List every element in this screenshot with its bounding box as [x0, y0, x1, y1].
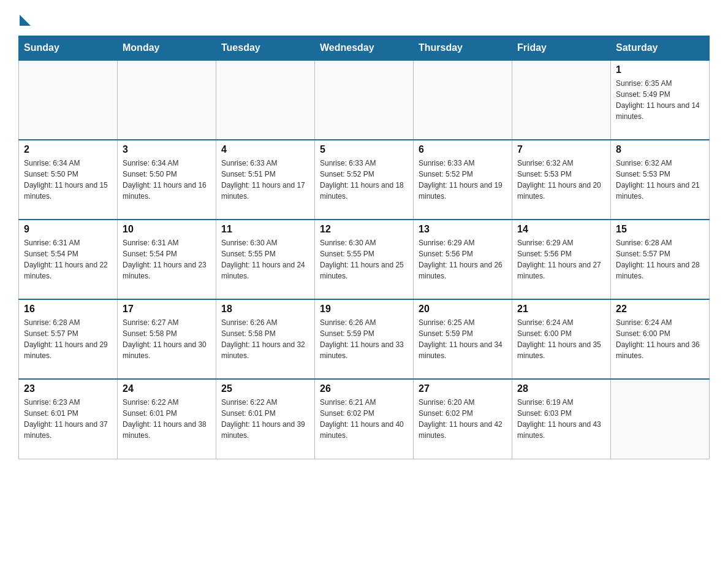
day-info: Sunrise: 6:22 AMSunset: 6:01 PMDaylight:…: [123, 397, 211, 441]
day-info: Sunrise: 6:35 AMSunset: 5:49 PMDaylight:…: [616, 78, 704, 122]
calendar-cell: 16Sunrise: 6:28 AMSunset: 5:57 PMDayligh…: [19, 299, 118, 379]
calendar-cell: 19Sunrise: 6:26 AMSunset: 5:59 PMDayligh…: [315, 299, 414, 379]
day-number: 18: [221, 304, 309, 315]
day-number: 20: [419, 304, 507, 315]
day-info: Sunrise: 6:33 AMSunset: 5:52 PMDaylight:…: [320, 158, 408, 202]
calendar-cell: [216, 60, 315, 140]
day-number: 9: [24, 224, 112, 235]
day-header-wednesday: Wednesday: [315, 36, 414, 61]
day-number: 2: [24, 144, 112, 155]
day-header-monday: Monday: [118, 36, 216, 61]
calendar-cell: 28Sunrise: 6:19 AMSunset: 6:03 PMDayligh…: [512, 379, 611, 459]
week-row-3: 16Sunrise: 6:28 AMSunset: 5:57 PMDayligh…: [19, 299, 710, 379]
day-number: 23: [24, 383, 112, 394]
day-info: Sunrise: 6:28 AMSunset: 5:57 PMDaylight:…: [616, 237, 704, 282]
day-number: 4: [221, 144, 309, 155]
day-number: 16: [24, 304, 112, 315]
day-number: 7: [517, 144, 605, 155]
day-number: 1: [616, 64, 704, 75]
calendar-cell: [118, 60, 216, 140]
calendar-cell: 20Sunrise: 6:25 AMSunset: 5:59 PMDayligh…: [414, 299, 512, 379]
day-info: Sunrise: 6:19 AMSunset: 6:03 PMDaylight:…: [517, 397, 605, 441]
day-info: Sunrise: 6:32 AMSunset: 5:53 PMDaylight:…: [616, 158, 704, 202]
calendar-cell: [512, 60, 611, 140]
page-header: [18, 12, 710, 23]
day-number: 26: [320, 383, 408, 394]
day-number: 12: [320, 224, 408, 235]
day-info: Sunrise: 6:20 AMSunset: 6:02 PMDaylight:…: [419, 397, 507, 441]
day-number: 25: [221, 383, 309, 394]
day-number: 19: [320, 304, 408, 315]
calendar-table: SundayMondayTuesdayWednesdayThursdayFrid…: [18, 36, 710, 459]
calendar-cell: 15Sunrise: 6:28 AMSunset: 5:57 PMDayligh…: [611, 220, 710, 299]
calendar-cell: [611, 379, 710, 459]
calendar-cell: 17Sunrise: 6:27 AMSunset: 5:58 PMDayligh…: [118, 299, 216, 379]
calendar-cell: 1Sunrise: 6:35 AMSunset: 5:49 PMDaylight…: [611, 60, 710, 140]
calendar-cell: [315, 60, 414, 140]
day-info: Sunrise: 6:29 AMSunset: 5:56 PMDaylight:…: [517, 237, 605, 282]
calendar-header: SundayMondayTuesdayWednesdayThursdayFrid…: [19, 36, 710, 61]
calendar-cell: 5Sunrise: 6:33 AMSunset: 5:52 PMDaylight…: [315, 140, 414, 220]
day-number: 5: [320, 144, 408, 155]
calendar-cell: 24Sunrise: 6:22 AMSunset: 6:01 PMDayligh…: [118, 379, 216, 459]
calendar-cell: 7Sunrise: 6:32 AMSunset: 5:53 PMDaylight…: [512, 140, 611, 220]
calendar-cell: 12Sunrise: 6:30 AMSunset: 5:55 PMDayligh…: [315, 220, 414, 299]
day-header-friday: Friday: [512, 36, 611, 61]
day-number: 14: [517, 224, 605, 235]
week-row-2: 9Sunrise: 6:31 AMSunset: 5:54 PMDaylight…: [19, 220, 710, 299]
day-info: Sunrise: 6:24 AMSunset: 6:00 PMDaylight:…: [616, 317, 704, 361]
calendar-cell: 3Sunrise: 6:34 AMSunset: 5:50 PMDaylight…: [118, 140, 216, 220]
calendar-cell: 14Sunrise: 6:29 AMSunset: 5:56 PMDayligh…: [512, 220, 611, 299]
day-number: 8: [616, 144, 704, 155]
day-info: Sunrise: 6:23 AMSunset: 6:01 PMDaylight:…: [24, 397, 112, 441]
day-header-saturday: Saturday: [611, 36, 710, 61]
day-info: Sunrise: 6:34 AMSunset: 5:50 PMDaylight:…: [123, 158, 211, 202]
day-info: Sunrise: 6:33 AMSunset: 5:51 PMDaylight:…: [221, 158, 309, 202]
calendar-cell: 23Sunrise: 6:23 AMSunset: 6:01 PMDayligh…: [19, 379, 118, 459]
day-info: Sunrise: 6:30 AMSunset: 5:55 PMDaylight:…: [320, 237, 408, 282]
day-info: Sunrise: 6:34 AMSunset: 5:50 PMDaylight:…: [24, 158, 112, 202]
day-info: Sunrise: 6:28 AMSunset: 5:57 PMDaylight:…: [24, 317, 112, 361]
day-header-tuesday: Tuesday: [216, 36, 315, 61]
day-info: Sunrise: 6:24 AMSunset: 6:00 PMDaylight:…: [517, 317, 605, 361]
day-number: 21: [517, 304, 605, 315]
calendar-cell: [414, 60, 512, 140]
calendar-cell: 11Sunrise: 6:30 AMSunset: 5:55 PMDayligh…: [216, 220, 315, 299]
calendar-cell: 25Sunrise: 6:22 AMSunset: 6:01 PMDayligh…: [216, 379, 315, 459]
day-number: 27: [419, 383, 507, 394]
day-number: 10: [123, 224, 211, 235]
calendar-cell: 9Sunrise: 6:31 AMSunset: 5:54 PMDaylight…: [19, 220, 118, 299]
calendar-cell: 8Sunrise: 6:32 AMSunset: 5:53 PMDaylight…: [611, 140, 710, 220]
day-header-thursday: Thursday: [414, 36, 512, 61]
day-info: Sunrise: 6:31 AMSunset: 5:54 PMDaylight:…: [24, 237, 112, 282]
day-number: 15: [616, 224, 704, 235]
day-info: Sunrise: 6:25 AMSunset: 5:59 PMDaylight:…: [419, 317, 507, 361]
day-info: Sunrise: 6:22 AMSunset: 6:01 PMDaylight:…: [221, 397, 309, 441]
week-row-4: 23Sunrise: 6:23 AMSunset: 6:01 PMDayligh…: [19, 379, 710, 459]
day-info: Sunrise: 6:33 AMSunset: 5:52 PMDaylight:…: [419, 158, 507, 202]
week-row-1: 2Sunrise: 6:34 AMSunset: 5:50 PMDaylight…: [19, 140, 710, 220]
week-row-0: 1Sunrise: 6:35 AMSunset: 5:49 PMDaylight…: [19, 60, 710, 140]
day-number: 28: [517, 383, 605, 394]
day-info: Sunrise: 6:26 AMSunset: 5:59 PMDaylight:…: [320, 317, 408, 361]
calendar-cell: 27Sunrise: 6:20 AMSunset: 6:02 PMDayligh…: [414, 379, 512, 459]
calendar-cell: 18Sunrise: 6:26 AMSunset: 5:58 PMDayligh…: [216, 299, 315, 379]
day-info: Sunrise: 6:31 AMSunset: 5:54 PMDaylight:…: [123, 237, 211, 282]
day-header-sunday: Sunday: [19, 36, 118, 61]
day-number: 3: [123, 144, 211, 155]
days-of-week-row: SundayMondayTuesdayWednesdayThursdayFrid…: [19, 36, 710, 61]
logo-arrow-icon: [20, 15, 31, 26]
calendar-cell: 26Sunrise: 6:21 AMSunset: 6:02 PMDayligh…: [315, 379, 414, 459]
day-info: Sunrise: 6:29 AMSunset: 5:56 PMDaylight:…: [419, 237, 507, 282]
day-info: Sunrise: 6:21 AMSunset: 6:02 PMDaylight:…: [320, 397, 408, 441]
calendar-cell: 13Sunrise: 6:29 AMSunset: 5:56 PMDayligh…: [414, 220, 512, 299]
day-info: Sunrise: 6:27 AMSunset: 5:58 PMDaylight:…: [123, 317, 211, 361]
day-info: Sunrise: 6:26 AMSunset: 5:58 PMDaylight:…: [221, 317, 309, 361]
calendar-cell: [19, 60, 118, 140]
day-info: Sunrise: 6:30 AMSunset: 5:55 PMDaylight:…: [221, 237, 309, 282]
day-number: 24: [123, 383, 211, 394]
day-number: 13: [419, 224, 507, 235]
calendar-cell: 22Sunrise: 6:24 AMSunset: 6:00 PMDayligh…: [611, 299, 710, 379]
day-number: 6: [419, 144, 507, 155]
day-number: 11: [221, 224, 309, 235]
